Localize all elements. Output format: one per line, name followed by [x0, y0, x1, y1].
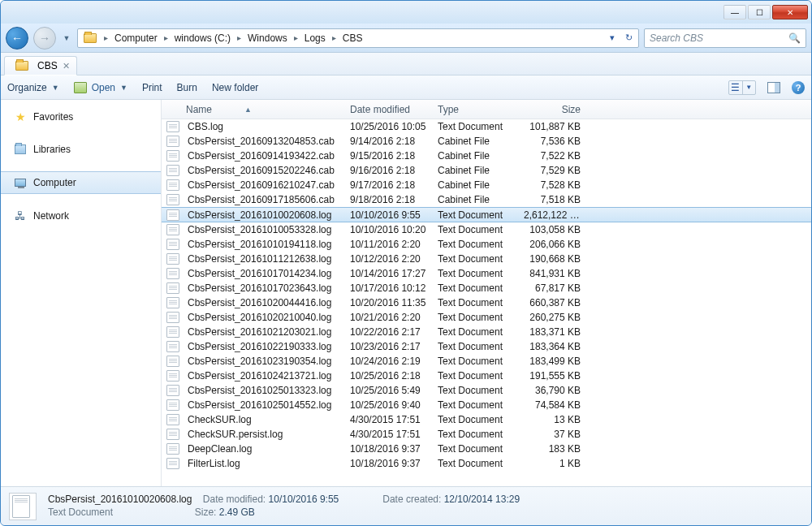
chevron-right-icon[interactable]: ▸ — [161, 33, 171, 42]
file-size: 2,612,122 KB — [519, 209, 585, 221]
file-size: 660,387 KB — [519, 297, 585, 308]
minimize-button[interactable]: — — [723, 5, 746, 19]
file-type: Text Document — [433, 268, 519, 279]
maximize-button[interactable]: ☐ — [748, 5, 771, 19]
file-row[interactable]: CbsPersist_20161020044416.log10/20/2016 … — [162, 295, 811, 310]
file-date: 10/17/2016 10:12 — [345, 282, 433, 294]
nav-network[interactable]: 🖧 Network — [1, 205, 161, 226]
file-row[interactable]: CbsPersist_20161011212638.log10/12/2016 … — [162, 252, 811, 266]
caret-down-icon: ▼ — [120, 84, 127, 92]
file-row[interactable]: CheckSUR.persist.log4/30/2015 17:51Text … — [162, 427, 811, 442]
file-row[interactable]: CbsPersist_20161010020608.log10/10/2016 … — [162, 207, 811, 222]
file-name: CbsPersist_20161023190354.log — [183, 356, 345, 367]
file-row[interactable]: CbsPersist_20161017014234.log10/14/2016 … — [162, 266, 811, 281]
col-header-type[interactable]: Type — [433, 104, 519, 115]
burn-button[interactable]: Burn — [177, 82, 197, 93]
file-row[interactable]: CbsPersist_20160917185606.cab9/18/2016 2… — [162, 192, 811, 207]
details-filename: CbsPersist_20161010020608.log — [48, 494, 192, 505]
file-size: 1 KB — [519, 458, 585, 469]
refresh-button[interactable]: ↻ — [620, 30, 637, 46]
col-header-size[interactable]: Size — [519, 104, 585, 115]
file-row[interactable]: CbsPersist_20161025014552.log10/25/2016 … — [162, 398, 811, 412]
forward-button[interactable]: → — [33, 27, 56, 50]
network-icon: 🖧 — [14, 209, 27, 222]
organize-menu[interactable]: Organize ▼ — [7, 82, 59, 93]
chevron-right-icon[interactable]: ▸ — [291, 33, 301, 42]
chevron-right-icon[interactable]: ▸ — [234, 33, 244, 42]
file-type: Text Document — [433, 443, 519, 455]
arrow-right-icon: → — [39, 32, 50, 45]
nav-favorites[interactable]: ★ Favorites — [1, 106, 161, 127]
file-name: CheckSUR.log — [183, 414, 345, 425]
file-date: 10/10/2016 10:20 — [345, 224, 433, 235]
file-row[interactable]: CbsPersist_20161010194118.log10/11/2016 … — [162, 237, 811, 252]
file-icon — [166, 165, 179, 176]
file-name: CbsPersist_20161025013323.log — [183, 385, 345, 396]
close-tab-icon[interactable]: ✕ — [63, 61, 70, 71]
file-name: CbsPersist_20161020044416.log — [183, 297, 345, 308]
file-icon — [166, 253, 179, 265]
back-button[interactable]: ← — [6, 27, 28, 50]
search-icon: 🔍 — [788, 32, 801, 44]
file-row[interactable]: CbsPersist_20161022190333.log10/23/2016 … — [162, 339, 811, 354]
file-date: 10/12/2016 2:20 — [345, 253, 433, 265]
content-pane: Name ▲ Date modified Type Size CBS.log10… — [162, 100, 811, 486]
file-icon — [166, 268, 179, 279]
new-folder-button[interactable]: New folder — [212, 82, 258, 93]
file-name: CbsPersist_20161024213721.log — [183, 370, 345, 382]
file-row[interactable]: CbsPersist_20160916210247.cab9/17/2016 2… — [162, 178, 811, 192]
address-dropdown[interactable]: ▾ — [604, 30, 620, 46]
breadcrumb-item[interactable]: CBS — [339, 31, 366, 45]
file-row[interactable]: CbsPersist_20161023190354.log10/24/2016 … — [162, 354, 811, 369]
file-size: 7,518 KB — [519, 194, 585, 205]
file-row[interactable]: CbsPersist_20160913204853.cab9/14/2016 2… — [162, 134, 811, 149]
file-icon — [166, 297, 179, 308]
search-input[interactable]: Search CBS 🔍 — [644, 28, 806, 48]
nav-row: ← → ▼ ▸ Computer ▸ windows (C:) ▸ Window… — [1, 24, 811, 53]
preview-pane-toggle[interactable] — [767, 82, 780, 93]
file-date: 10/25/2016 9:40 — [345, 399, 433, 411]
file-list[interactable]: CBS.log10/25/2016 10:05Text Document101,… — [162, 119, 811, 486]
file-row[interactable]: CbsPersist_20161010053328.log10/10/2016 … — [162, 222, 811, 237]
help-button[interactable]: ? — [792, 81, 805, 94]
file-type: Cabinet File — [433, 194, 519, 205]
file-size: 103,058 KB — [519, 224, 585, 235]
folder-tab[interactable]: CBS ✕ — [4, 56, 77, 75]
file-size: 183,371 KB — [519, 326, 585, 338]
file-row[interactable]: CheckSUR.log4/30/2015 17:51Text Document… — [162, 412, 811, 427]
print-button[interactable]: Print — [142, 82, 162, 93]
file-row[interactable]: CBS.log10/25/2016 10:05Text Document101,… — [162, 119, 811, 134]
breadcrumb-item[interactable]: Windows — [244, 31, 291, 45]
file-row[interactable]: CbsPersist_20160915202246.cab9/16/2016 2… — [162, 163, 811, 178]
col-header-name[interactable]: Name ▲ — [181, 104, 345, 115]
toolbar: Organize ▼ Open ▼ Print Burn New folder … — [1, 75, 811, 100]
file-row[interactable]: CbsPersist_20161025013323.log10/25/2016 … — [162, 383, 811, 398]
window-buttons: — ☐ ✕ — [722, 5, 808, 19]
file-row[interactable]: CbsPersist_20161020210040.log10/21/2016 … — [162, 310, 811, 325]
file-row[interactable]: CbsPersist_20161024213721.log10/25/2016 … — [162, 369, 811, 383]
chevron-right-icon[interactable]: ▸ — [101, 33, 111, 42]
file-icon — [166, 414, 179, 425]
breadcrumb-item[interactable]: Computer — [111, 31, 161, 45]
file-type: Text Document — [433, 399, 519, 411]
file-row[interactable]: DeepClean.log10/18/2016 9:37Text Documen… — [162, 442, 811, 456]
nav-computer[interactable]: Computer — [1, 171, 161, 194]
col-header-date[interactable]: Date modified — [345, 104, 433, 115]
nav-libraries[interactable]: Libraries — [1, 139, 161, 160]
file-date: 10/18/2016 9:37 — [345, 458, 433, 469]
file-row[interactable]: CbsPersist_20161021203021.log10/22/2016 … — [162, 325, 811, 339]
history-dropdown[interactable]: ▼ — [61, 30, 72, 46]
open-button[interactable]: Open ▼ — [74, 82, 127, 93]
view-options[interactable]: ☰ ▼ — [728, 80, 756, 95]
file-row[interactable]: FilterList.log10/18/2016 9:37Text Docume… — [162, 456, 811, 471]
breadcrumb-item[interactable]: windows (C:) — [171, 31, 234, 45]
close-button[interactable]: ✕ — [772, 5, 808, 19]
column-headers: Name ▲ Date modified Type Size — [162, 100, 811, 119]
file-size: 841,931 KB — [519, 268, 585, 279]
file-row[interactable]: CbsPersist_20160914193422.cab9/15/2016 2… — [162, 149, 811, 163]
file-row[interactable]: CbsPersist_20161017023643.log10/17/2016 … — [162, 281, 811, 295]
chevron-right-icon[interactable]: ▸ — [329, 33, 339, 42]
file-icon — [166, 443, 179, 455]
address-bar[interactable]: ▸ Computer ▸ windows (C:) ▸ Windows ▸ Lo… — [77, 28, 639, 48]
breadcrumb-item[interactable]: Logs — [301, 31, 329, 45]
